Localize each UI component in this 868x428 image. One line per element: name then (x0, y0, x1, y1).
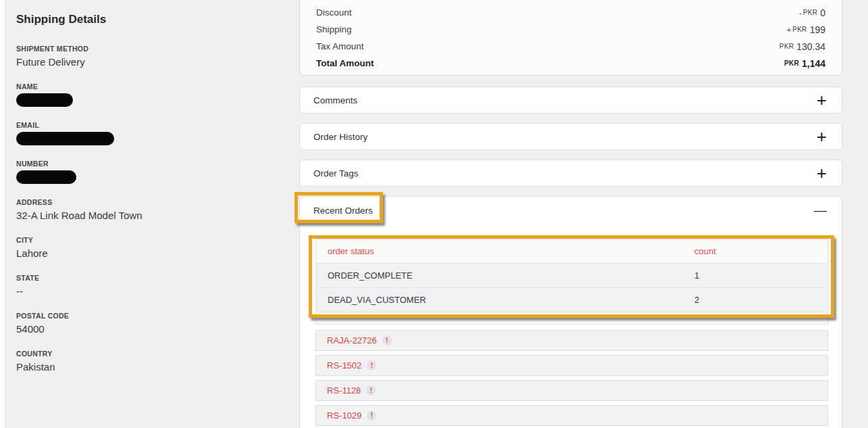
shipping-details-title: Shipping Details (16, 13, 286, 26)
field-value: Pakistan (16, 360, 286, 373)
field-value: Future Delivery (16, 55, 286, 68)
field-label: COUNTRY (16, 350, 286, 358)
table-header-count: count (694, 246, 827, 256)
table-row: ORDER_COMPLETE 1 (316, 264, 827, 288)
order-id-link[interactable]: RS-1502 (327, 360, 361, 371)
field-postal-code: POSTAL CODE 54000 (16, 312, 286, 335)
order-summary-card: Discount - PKR 0 Shipping + PKR 199 Tax … (299, 0, 842, 76)
field-value: Lahore (16, 247, 286, 260)
summary-label: Total Amount (316, 58, 374, 68)
field-value: 54000 (16, 323, 286, 335)
field-number: NUMBER (16, 160, 286, 184)
accordion-label: Order Tags (313, 168, 359, 179)
field-country: COUNTRY Pakistan (16, 350, 286, 373)
summary-label: Shipping (316, 24, 352, 34)
order-id-link[interactable]: RS-1128 (327, 385, 361, 396)
currency-code: PKR (792, 26, 807, 33)
accordion-order-tags[interactable]: Order Tags + (299, 160, 842, 187)
order-id-link[interactable]: RAJA-22726 (327, 335, 377, 346)
currency-code: PKR (803, 9, 817, 16)
order-link-row[interactable]: RAJA-22726 ! (315, 330, 828, 351)
redacted-number-value (16, 170, 76, 184)
field-address: ADDRESS 32-A Link Road Model Town (16, 198, 286, 222)
sign: + (787, 26, 791, 34)
amount: 0 (820, 7, 825, 18)
summary-value: PKR 1,144 (784, 58, 825, 69)
left-rail (0, 0, 5, 428)
cell-order-status: ORDER_COMPLETE (316, 270, 694, 281)
field-label: POSTAL CODE (16, 312, 286, 320)
field-label: EMAIL (16, 121, 286, 129)
summary-row-tax: Tax Amount PKR 130.34 (316, 38, 825, 55)
accordion-order-history[interactable]: Order History + (299, 123, 842, 150)
cell-order-status: DEAD_VIA_CUSTOMER (316, 295, 694, 305)
plus-icon[interactable]: + (817, 166, 827, 180)
field-label: ADDRESS (16, 198, 286, 206)
minus-icon[interactable]: — (814, 204, 827, 217)
field-city: CITY Lahore (16, 236, 286, 260)
summary-value: - PKR 0 (799, 7, 825, 18)
table-header-row: order status count (316, 239, 827, 264)
table-row: DEAD_VIA_CUSTOMER 2 (316, 288, 827, 312)
field-label: NUMBER (16, 160, 286, 168)
field-label: STATE (16, 274, 286, 282)
recent-orders-status-table: order status count ORDER_COMPLETE 1 DEAD… (315, 239, 828, 325)
warning-badge-icon: ! (366, 385, 376, 396)
amount: 199 (810, 24, 825, 35)
table-header-order-status: order status (316, 246, 694, 256)
field-shipment-method: SHIPMENT METHOD Future Delivery (16, 45, 286, 68)
amount: 1,144 (802, 58, 825, 69)
amount: 130.34 (796, 41, 825, 52)
summary-row-discount: Discount - PKR 0 (316, 4, 825, 21)
warning-badge-icon: ! (367, 410, 376, 421)
accordion-recent-orders-card: Recent Orders — order status count ORDER… (299, 196, 842, 428)
order-link-row[interactable]: RS-1128 ! (315, 380, 828, 401)
sign: - (799, 9, 802, 17)
field-label: SHIPMENT METHOD (16, 45, 286, 53)
order-id-link[interactable]: RS-1029 (327, 410, 361, 421)
field-state: STATE -- (16, 274, 286, 298)
plus-icon[interactable]: + (817, 130, 827, 143)
warning-badge-icon: ! (367, 360, 376, 371)
cell-count: 2 (694, 295, 827, 305)
summary-row-shipping: Shipping + PKR 199 (316, 21, 825, 38)
currency-code: PKR (784, 60, 799, 67)
field-value: -- (16, 285, 286, 298)
field-value: 32-A Link Road Model Town (16, 209, 286, 222)
cell-count: 1 (694, 270, 827, 281)
summary-value: + PKR 199 (787, 24, 825, 35)
plus-icon[interactable]: + (817, 93, 827, 107)
shipping-details-panel: Shipping Details SHIPMENT METHOD Future … (6, 0, 292, 428)
redacted-email-value (16, 132, 114, 145)
accordion-recent-orders-header[interactable]: Recent Orders — (300, 197, 842, 224)
redacted-name-value (16, 93, 73, 107)
accordion-label: Order History (313, 132, 367, 142)
warning-badge-icon: ! (382, 335, 392, 346)
field-label: NAME (16, 82, 286, 91)
order-link-row[interactable]: RS-1502 ! (315, 355, 828, 376)
accordion-label: Comments (313, 95, 357, 105)
order-link-row[interactable]: RS-1029 ! (315, 405, 828, 426)
accordion-comments[interactable]: Comments + (299, 87, 842, 114)
field-name: NAME (16, 82, 286, 107)
summary-row-total: Total Amount PKR 1,144 (316, 55, 825, 72)
accordion-label: Recent Orders (313, 206, 373, 216)
field-label: CITY (16, 236, 286, 244)
summary-label: Discount (316, 7, 352, 18)
currency-code: PKR (780, 43, 794, 50)
field-email: EMAIL (16, 121, 286, 145)
summary-label: Tax Amount (316, 41, 364, 51)
summary-value: PKR 130.34 (780, 41, 825, 52)
